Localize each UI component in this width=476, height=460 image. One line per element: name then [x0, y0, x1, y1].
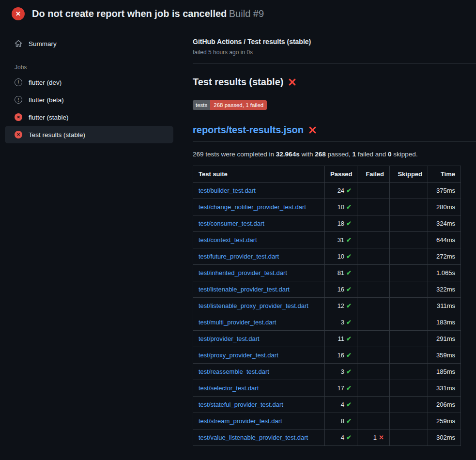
- check-icon: ✔: [346, 220, 352, 227]
- table-row: test/reassemble_test.dart3✔185ms: [193, 364, 461, 380]
- skipped-cell: [390, 380, 428, 397]
- tests-summary-line: 269 tests were completed in 32.964s with…: [193, 151, 461, 158]
- report-link[interactable]: reports/test-results.json: [193, 124, 317, 136]
- job-label: flutter (dev): [29, 79, 61, 86]
- skipped-cell: [390, 183, 428, 199]
- suite-link[interactable]: test/proxy_provider_test.dart: [199, 352, 278, 359]
- column-header-test-suite: Test suite: [193, 166, 325, 183]
- sidebar-item-summary[interactable]: Summary: [5, 35, 173, 52]
- suite-cell: test/future_provider_test.dart: [193, 248, 325, 265]
- skipped-cell: [390, 314, 428, 331]
- jobs-section-label: Jobs: [15, 64, 173, 71]
- column-header-failed: Failed: [357, 166, 390, 183]
- jobs-list: !flutter (dev)!flutter (beta)✕flutter (s…: [5, 74, 173, 143]
- time-cell: 280ms: [428, 199, 461, 215]
- skipped-cell: [390, 215, 428, 232]
- summary-text: with: [300, 151, 315, 158]
- skipped-cell: [390, 298, 428, 314]
- check-icon: ✔: [346, 302, 352, 309]
- suite-link[interactable]: test/reassemble_test.dart: [199, 368, 269, 375]
- breadcrumb: GitHub Actions / Test results (stable): [193, 38, 461, 46]
- check-icon: ✔: [346, 236, 352, 244]
- passed-cell: 3✔: [325, 314, 357, 331]
- summary-value: 0: [388, 151, 392, 158]
- skipped-cell: [390, 331, 428, 347]
- page-title: Do not create report when job is cancell…: [32, 8, 227, 19]
- suite-cell: test/multi_provider_test.dart: [193, 314, 325, 331]
- suite-link[interactable]: test/value_listenable_provider_test.dart: [199, 434, 308, 441]
- suite-link[interactable]: test/stateful_provider_test.dart: [199, 401, 283, 408]
- failed-cell: [357, 314, 390, 331]
- suite-link[interactable]: test/listenable_proxy_provider_test.dart: [199, 302, 308, 309]
- time-cell: 302ms: [428, 429, 461, 446]
- check-icon: ✔: [346, 319, 352, 326]
- summary-text: 269 tests were completed in: [193, 151, 276, 158]
- suite-cell: test/context_test.dart: [193, 232, 325, 248]
- sidebar-job-flutter-stable[interactable]: ✕flutter (stable): [5, 108, 173, 126]
- passed-count: 10: [338, 253, 344, 260]
- passed-count: 81: [338, 269, 344, 276]
- sidebar-job-test-results-stable[interactable]: ✕Test results (stable): [5, 126, 173, 143]
- column-header-passed: Passed: [325, 166, 357, 183]
- failed-cell: [357, 265, 390, 281]
- skipped-cell: [390, 397, 428, 413]
- time-cell: 359ms: [428, 347, 461, 364]
- section-heading: Test results (stable): [193, 77, 461, 88]
- failed-cell: [357, 380, 390, 397]
- failed-cell: [357, 364, 390, 380]
- passed-cell: 11✔: [325, 331, 357, 347]
- passed-cell: 4✔: [325, 397, 357, 413]
- skipped-cell: [390, 265, 428, 281]
- failed-cell: 1✕: [357, 429, 390, 446]
- check-icon: ✔: [346, 253, 352, 260]
- run-failed-icon: ✕: [12, 7, 25, 20]
- passed-count: 12: [338, 302, 344, 309]
- suite-link[interactable]: test/multi_provider_test.dart: [199, 319, 276, 326]
- failed-cell: [357, 347, 390, 364]
- suite-link[interactable]: test/change_notifier_provider_test.dart: [199, 203, 306, 211]
- failed-cell: [357, 397, 390, 413]
- failed-x-icon: [288, 78, 296, 86]
- sidebar-job-flutter-dev[interactable]: !flutter (dev): [5, 74, 173, 91]
- suite-link[interactable]: test/consumer_test.dart: [199, 220, 264, 227]
- passed-cell: 3✔: [325, 364, 357, 380]
- suite-link[interactable]: test/provider_test.dart: [199, 335, 260, 342]
- suite-link[interactable]: test/listenable_provider_test.dart: [199, 286, 290, 293]
- passed-count: 31: [338, 236, 344, 244]
- passed-cell: 16✔: [325, 281, 357, 298]
- test-results-table: Test suitePassedFailedSkippedTime test/b…: [193, 166, 461, 446]
- suite-link[interactable]: test/inherited_provider_test.dart: [199, 269, 287, 276]
- time-cell: 291ms: [428, 331, 461, 347]
- check-icon: ✔: [346, 203, 352, 211]
- suite-cell: test/stream_provider_test.dart: [193, 413, 325, 429]
- sidebar-summary-label: Summary: [29, 40, 57, 47]
- time-cell: 183ms: [428, 314, 461, 331]
- passed-count: 24: [338, 187, 344, 194]
- passed-count: 17: [338, 384, 344, 392]
- passed-count: 8: [341, 417, 344, 425]
- suite-cell: test/change_notifier_provider_test.dart: [193, 199, 325, 215]
- table-row: test/stateful_provider_test.dart4✔206ms: [193, 397, 461, 413]
- skipped-cell: [390, 347, 428, 364]
- time-cell: 1.065s: [428, 265, 461, 281]
- suite-link[interactable]: test/stream_provider_test.dart: [199, 417, 282, 425]
- suite-cell: test/inherited_provider_test.dart: [193, 265, 325, 281]
- table-row: test/change_notifier_provider_test.dart1…: [193, 199, 461, 215]
- x-circle-icon: ✕: [15, 113, 22, 121]
- passed-cell: 4✔: [325, 429, 357, 446]
- run-meta: failed 5 hours ago in 0s: [193, 49, 461, 56]
- suite-link[interactable]: test/future_provider_test.dart: [199, 253, 279, 260]
- sidebar-job-flutter-beta[interactable]: !flutter (beta): [5, 91, 173, 108]
- failed-cell: [357, 331, 390, 347]
- passed-count: 3: [341, 368, 344, 375]
- summary-value: 32.964s: [276, 151, 300, 158]
- check-icon: ✔: [346, 401, 352, 408]
- passed-count: 16: [338, 286, 344, 293]
- passed-cell: 17✔: [325, 380, 357, 397]
- suite-link[interactable]: test/selector_test.dart: [199, 384, 259, 392]
- check-icon: ✔: [346, 269, 352, 276]
- suite-link[interactable]: test/builder_test.dart: [199, 187, 256, 194]
- suite-link[interactable]: test/context_test.dart: [199, 236, 257, 244]
- time-cell: 185ms: [428, 364, 461, 380]
- suite-cell: test/selector_test.dart: [193, 380, 325, 397]
